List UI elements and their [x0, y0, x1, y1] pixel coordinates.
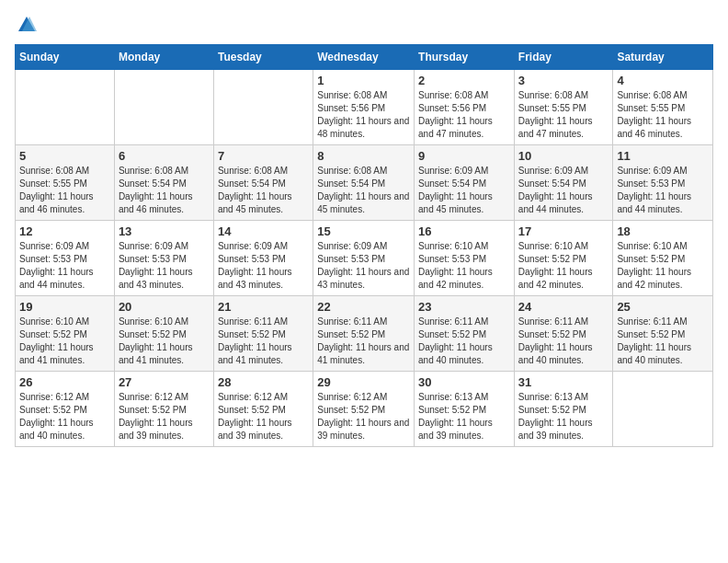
day-info: Sunrise: 6:11 AM Sunset: 5:52 PM Dayligh…: [218, 316, 309, 367]
day-number: 24: [518, 300, 609, 314]
calendar-header-saturday: Saturday: [613, 45, 713, 70]
calendar-header-wednesday: Wednesday: [313, 45, 415, 70]
calendar-cell: [213, 70, 313, 145]
calendar-cell: 19Sunrise: 6:10 AM Sunset: 5:52 PM Dayli…: [16, 296, 115, 372]
calendar-cell: 26Sunrise: 6:12 AM Sunset: 5:52 PM Dayli…: [16, 372, 115, 447]
day-info: Sunrise: 6:09 AM Sunset: 5:53 PM Dayligh…: [19, 240, 110, 292]
day-number: 6: [119, 149, 210, 163]
day-number: 11: [617, 149, 709, 163]
day-number: 8: [317, 149, 410, 163]
day-info: Sunrise: 6:09 AM Sunset: 5:53 PM Dayligh…: [617, 165, 709, 216]
day-info: Sunrise: 6:12 AM Sunset: 5:52 PM Dayligh…: [119, 391, 210, 442]
day-number: 9: [418, 149, 510, 163]
calendar-cell: 27Sunrise: 6:12 AM Sunset: 5:52 PM Dayli…: [114, 372, 213, 447]
day-info: Sunrise: 6:08 AM Sunset: 5:56 PM Dayligh…: [418, 89, 510, 141]
day-number: 5: [19, 149, 110, 163]
calendar-cell: 18Sunrise: 6:10 AM Sunset: 5:52 PM Dayli…: [613, 221, 713, 296]
calendar-cell: 17Sunrise: 6:10 AM Sunset: 5:52 PM Dayli…: [514, 221, 613, 296]
calendar-header-row: SundayMondayTuesdayWednesdayThursdayFrid…: [16, 45, 713, 70]
day-info: Sunrise: 6:08 AM Sunset: 5:54 PM Dayligh…: [119, 165, 210, 216]
calendar-cell: 25Sunrise: 6:11 AM Sunset: 5:52 PM Dayli…: [613, 296, 713, 372]
day-info: Sunrise: 6:10 AM Sunset: 5:52 PM Dayligh…: [19, 316, 110, 367]
calendar-cell: 21Sunrise: 6:11 AM Sunset: 5:52 PM Dayli…: [213, 296, 313, 372]
day-number: 3: [518, 74, 609, 87]
day-info: Sunrise: 6:12 AM Sunset: 5:52 PM Dayligh…: [19, 391, 110, 442]
day-info: Sunrise: 6:09 AM Sunset: 5:54 PM Dayligh…: [518, 165, 609, 216]
day-number: 4: [617, 74, 709, 87]
day-number: 2: [418, 74, 510, 87]
day-number: 25: [617, 300, 709, 314]
calendar-week-row: 12Sunrise: 6:09 AM Sunset: 5:53 PM Dayli…: [16, 221, 713, 296]
day-info: Sunrise: 6:09 AM Sunset: 5:53 PM Dayligh…: [119, 240, 210, 292]
day-number: 28: [218, 375, 309, 389]
calendar-week-row: 26Sunrise: 6:12 AM Sunset: 5:52 PM Dayli…: [16, 372, 713, 447]
calendar-cell: 24Sunrise: 6:11 AM Sunset: 5:52 PM Dayli…: [514, 296, 613, 372]
calendar-cell: 10Sunrise: 6:09 AM Sunset: 5:54 PM Dayli…: [514, 145, 613, 221]
calendar-cell: 13Sunrise: 6:09 AM Sunset: 5:53 PM Dayli…: [114, 221, 213, 296]
calendar-cell: 11Sunrise: 6:09 AM Sunset: 5:53 PM Dayli…: [613, 145, 713, 221]
calendar-cell: [613, 372, 713, 447]
calendar-cell: 8Sunrise: 6:08 AM Sunset: 5:54 PM Daylig…: [313, 145, 415, 221]
calendar-cell: 9Sunrise: 6:09 AM Sunset: 5:54 PM Daylig…: [415, 145, 515, 221]
day-info: Sunrise: 6:08 AM Sunset: 5:55 PM Dayligh…: [518, 89, 609, 141]
day-info: Sunrise: 6:09 AM Sunset: 5:53 PM Dayligh…: [317, 240, 410, 292]
calendar-week-row: 19Sunrise: 6:10 AM Sunset: 5:52 PM Dayli…: [16, 296, 713, 372]
day-number: 15: [317, 224, 410, 238]
calendar-header-tuesday: Tuesday: [213, 45, 313, 70]
calendar-cell: 16Sunrise: 6:10 AM Sunset: 5:53 PM Dayli…: [415, 221, 515, 296]
calendar-cell: 6Sunrise: 6:08 AM Sunset: 5:54 PM Daylig…: [114, 145, 213, 221]
calendar-cell: 3Sunrise: 6:08 AM Sunset: 5:55 PM Daylig…: [514, 70, 613, 145]
calendar-cell: 31Sunrise: 6:13 AM Sunset: 5:52 PM Dayli…: [514, 372, 613, 447]
calendar-header-sunday: Sunday: [16, 45, 115, 70]
calendar-cell: [114, 70, 213, 145]
calendar-cell: 23Sunrise: 6:11 AM Sunset: 5:52 PM Dayli…: [415, 296, 515, 372]
calendar-cell: 22Sunrise: 6:11 AM Sunset: 5:52 PM Dayli…: [313, 296, 415, 372]
day-info: Sunrise: 6:12 AM Sunset: 5:52 PM Dayligh…: [317, 391, 410, 442]
day-info: Sunrise: 6:09 AM Sunset: 5:54 PM Dayligh…: [418, 165, 510, 216]
day-number: 20: [119, 300, 210, 314]
day-info: Sunrise: 6:08 AM Sunset: 5:54 PM Dayligh…: [218, 165, 309, 216]
day-info: Sunrise: 6:10 AM Sunset: 5:52 PM Dayligh…: [518, 240, 609, 292]
day-number: 27: [119, 375, 210, 389]
day-info: Sunrise: 6:12 AM Sunset: 5:52 PM Dayligh…: [218, 391, 309, 442]
day-number: 16: [418, 224, 510, 238]
day-number: 23: [418, 300, 510, 314]
day-info: Sunrise: 6:11 AM Sunset: 5:52 PM Dayligh…: [617, 316, 709, 367]
day-number: 22: [317, 300, 410, 314]
calendar-header-monday: Monday: [114, 45, 213, 70]
day-number: 29: [317, 375, 410, 389]
day-info: Sunrise: 6:08 AM Sunset: 5:56 PM Dayligh…: [317, 89, 410, 141]
day-info: Sunrise: 6:11 AM Sunset: 5:52 PM Dayligh…: [317, 316, 410, 367]
logo-icon: [17, 15, 37, 35]
page-header: [15, 15, 713, 35]
day-info: Sunrise: 6:08 AM Sunset: 5:55 PM Dayligh…: [617, 89, 709, 141]
calendar-cell: 2Sunrise: 6:08 AM Sunset: 5:56 PM Daylig…: [415, 70, 515, 145]
calendar-cell: 7Sunrise: 6:08 AM Sunset: 5:54 PM Daylig…: [213, 145, 313, 221]
day-number: 10: [518, 149, 609, 163]
day-number: 17: [518, 224, 609, 238]
calendar-cell: 5Sunrise: 6:08 AM Sunset: 5:55 PM Daylig…: [16, 145, 115, 221]
day-number: 1: [317, 74, 410, 87]
calendar-header-thursday: Thursday: [415, 45, 515, 70]
calendar-cell: 15Sunrise: 6:09 AM Sunset: 5:53 PM Dayli…: [313, 221, 415, 296]
day-number: 12: [19, 224, 110, 238]
day-number: 31: [518, 375, 609, 389]
day-info: Sunrise: 6:08 AM Sunset: 5:54 PM Dayligh…: [317, 165, 410, 216]
day-info: Sunrise: 6:11 AM Sunset: 5:52 PM Dayligh…: [518, 316, 609, 367]
logo: [15, 15, 37, 35]
calendar-cell: 29Sunrise: 6:12 AM Sunset: 5:52 PM Dayli…: [313, 372, 415, 447]
calendar-header-friday: Friday: [514, 45, 613, 70]
calendar-cell: 4Sunrise: 6:08 AM Sunset: 5:55 PM Daylig…: [613, 70, 713, 145]
day-number: 19: [19, 300, 110, 314]
day-info: Sunrise: 6:10 AM Sunset: 5:53 PM Dayligh…: [418, 240, 510, 292]
calendar-table: SundayMondayTuesdayWednesdayThursdayFrid…: [15, 44, 713, 447]
calendar-cell: 12Sunrise: 6:09 AM Sunset: 5:53 PM Dayli…: [16, 221, 115, 296]
calendar-cell: 30Sunrise: 6:13 AM Sunset: 5:52 PM Dayli…: [415, 372, 515, 447]
day-info: Sunrise: 6:09 AM Sunset: 5:53 PM Dayligh…: [218, 240, 309, 292]
day-number: 14: [218, 224, 309, 238]
day-info: Sunrise: 6:13 AM Sunset: 5:52 PM Dayligh…: [418, 391, 510, 442]
day-number: 18: [617, 224, 709, 238]
day-number: 21: [218, 300, 309, 314]
calendar-cell: 1Sunrise: 6:08 AM Sunset: 5:56 PM Daylig…: [313, 70, 415, 145]
calendar-cell: 20Sunrise: 6:10 AM Sunset: 5:52 PM Dayli…: [114, 296, 213, 372]
